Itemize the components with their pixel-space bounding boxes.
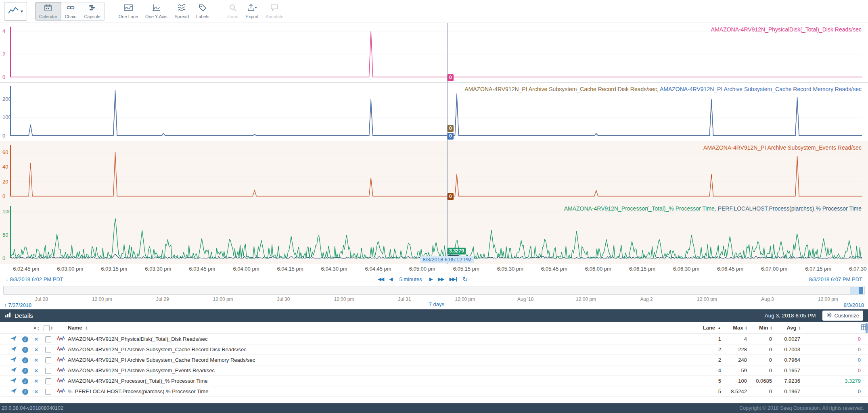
x-axis-label: 6:06:15 pm <box>629 266 655 272</box>
column-header-max[interactable]: Max▴▾ <box>721 325 747 331</box>
stat-max: 8.5242 <box>721 388 747 394</box>
remove-icon[interactable]: × <box>31 367 42 374</box>
lane-legend: AMAZONA-4RV912N_PI Archive Subsystem_Cac… <box>464 86 862 92</box>
cursor-value-badge: 0 <box>448 125 454 132</box>
info-icon[interactable]: i <box>19 388 31 395</box>
jump-forward-button[interactable]: ▶▶ <box>438 276 443 282</box>
toolbar-group-3: ZoomExportAnnotate <box>223 2 287 21</box>
series-name[interactable]: AMAZONA-4RV912N_PI Archive Subsystem_Cac… <box>660 86 862 92</box>
timeline-selection[interactable] <box>859 287 863 294</box>
series-name[interactable]: AMAZONA-4RV912N_PI Archive Subsystem_Eve… <box>703 144 862 151</box>
table-row[interactable]: i×AMAZONA-4RV912N_PhysicalDisk(_Total)_D… <box>0 334 868 344</box>
cursor-value: 0 <box>800 336 861 342</box>
table-row[interactable]: i×AMAZONA-4RV912N_PI Archive Subsystem_C… <box>0 355 868 365</box>
timeline-end: 8/3/2018 <box>843 302 864 308</box>
info-icon[interactable]: i <box>19 378 31 384</box>
toolbar-button-label: Labels <box>196 14 209 19</box>
jump-back-button[interactable]: ◀◀ <box>378 276 383 282</box>
timeline-start-arrow-icon[interactable]: ↑ <box>4 302 7 308</box>
y-tick-label: 100 <box>2 208 11 214</box>
range-start-arrow-icon[interactable]: ↓ <box>6 276 8 282</box>
table-row[interactable]: i×AMAZONA-4RV912N_Processor(_Total)_% Pr… <box>0 376 868 386</box>
series-name[interactable]: AMAZONA-4RV912N_Processor(_Total)_% Proc… <box>564 205 718 212</box>
info-icon[interactable]: i <box>19 346 31 353</box>
customize-button[interactable]: Customize <box>822 311 863 321</box>
cursor-badges: 00 <box>448 125 454 140</box>
stat-avg: 0.7964 <box>772 357 800 363</box>
remove-icon[interactable]: × <box>31 388 42 395</box>
remove-icon[interactable]: × <box>31 336 42 342</box>
unit-label: % <box>68 388 73 394</box>
stat-lane: 1 <box>699 336 721 342</box>
row-checkbox[interactable] <box>42 378 54 384</box>
share-icon[interactable] <box>7 377 19 385</box>
toolbar-button-spread[interactable]: Spread <box>171 2 192 21</box>
step-back-button[interactable]: ◀ <box>389 276 392 282</box>
row-checkbox[interactable] <box>42 336 54 342</box>
y-tick-label: 0 <box>2 255 5 261</box>
chart-lane-2[interactable]: 0100200AMAZONA-4RV912N_PI Archive Subsys… <box>0 83 868 141</box>
timeline-tick-label: Jul 29 <box>156 296 169 302</box>
series-name[interactable]: AMAZONA-4RV912N_PI Archive Subsystem_Cac… <box>464 86 660 92</box>
row-checkbox[interactable] <box>42 367 54 374</box>
share-icon[interactable] <box>7 367 19 374</box>
chart-cursor-line[interactable] <box>447 23 448 264</box>
share-icon[interactable] <box>7 346 19 353</box>
remove-icon[interactable]: × <box>31 378 42 384</box>
y-axis <box>10 27 11 77</box>
y-tick-label: 0 <box>2 74 5 80</box>
cursor-value-badge: 0 <box>448 133 454 140</box>
toolbar-button-labels[interactable]: Labels <box>192 2 213 21</box>
timeline-duration[interactable]: 7 days <box>429 301 444 307</box>
column-header-min[interactable]: Min▴▾ <box>747 325 772 331</box>
x-axis-label: 6:02:45 pm <box>13 266 39 272</box>
share-icon[interactable] <box>7 335 19 343</box>
share-icon[interactable] <box>7 388 19 395</box>
toolbar-button-chain[interactable]: Chain <box>61 2 81 21</box>
info-icon[interactable]: i <box>19 367 31 374</box>
copyright-label: Copyright © 2018 Seeq Corporation. All r… <box>739 405 864 411</box>
zoom-icon <box>229 4 237 13</box>
row-checkbox[interactable] <box>42 346 54 353</box>
remove-icon[interactable]: × <box>31 357 42 363</box>
toolbar-button-export[interactable]: Export <box>242 2 262 21</box>
toolbar-button-capsule[interactable]: Capsule <box>80 2 104 21</box>
info-icon[interactable]: i <box>19 357 31 363</box>
column-header-avg[interactable]: Avg▴▾ <box>772 325 800 331</box>
skip-to-now-button[interactable]: ▶▶ <box>449 276 456 282</box>
x-axis-label: 6:06:45 pm <box>717 266 743 272</box>
signal-name: AMAZONA-4RV912N_PI Archive Subsystem_Cac… <box>68 346 699 353</box>
y-tick-label: 2 <box>2 51 5 57</box>
info-icon[interactable]: i <box>19 336 31 342</box>
series-name[interactable]: AMAZONA-4RV912N_PhysicalDisk(_Total)_Dis… <box>711 26 862 33</box>
column-header-select[interactable]: ▴▾ <box>42 325 54 331</box>
signal-icon <box>54 346 68 353</box>
remove-icon[interactable]: × <box>31 346 42 353</box>
toolbar-button-calendar[interactable]: Calendar <box>35 2 61 21</box>
trend-view-dropdown[interactable]: ▾ <box>4 2 27 21</box>
x-axis-label: 6:05:30 pm <box>497 266 523 272</box>
step-forward-button[interactable]: ▶ <box>429 276 432 282</box>
toolbar-button-one-y-axis[interactable]: One Y-Axis <box>142 2 171 21</box>
table-row[interactable]: i×%PERF.LOCALHOST.Process(piarchss).% Pr… <box>0 386 868 397</box>
toolbar-button-one-lane[interactable]: One Lane <box>115 2 142 21</box>
column-header-remove[interactable]: ×▴▾ <box>31 325 42 331</box>
share-icon[interactable] <box>7 356 19 364</box>
column-header-lane[interactable]: Lane▲ <box>699 325 721 331</box>
timeline-track[interactable] <box>3 286 865 295</box>
chart-lane-5[interactable]: 050100AMAZONA-4RV912N_Processor(_Total)_… <box>0 202 868 264</box>
table-row[interactable]: i×AMAZONA-4RV912N_PI Archive Subsystem_E… <box>0 365 868 376</box>
one-y-axis-icon <box>152 4 161 13</box>
duration-label[interactable]: 5 minutes <box>397 276 423 282</box>
chart-lane-4[interactable]: 0204060AMAZONA-4RV912N_PI Archive Subsys… <box>0 141 868 202</box>
timeline-tick-label: 12:00 pm <box>455 296 475 302</box>
row-checkbox[interactable] <box>42 388 54 395</box>
series-name[interactable]: PERF.LOCALHOST.Process(piarchss).% Proce… <box>718 205 862 212</box>
refresh-icon[interactable]: ↻ <box>462 275 468 283</box>
column-header-name[interactable]: Name▴▾ <box>68 325 699 331</box>
table-row[interactable]: i×AMAZONA-4RV912N_PI Archive Subsystem_C… <box>0 344 868 355</box>
table-scrollbar-thumb[interactable] <box>866 323 868 333</box>
row-checkbox[interactable] <box>42 357 54 363</box>
version-label: 20.0.38.04-v201808040102 <box>2 405 63 411</box>
chart-lane-1[interactable]: 024AMAZONA-4RV912N_PhysicalDisk(_Total)_… <box>0 23 868 83</box>
